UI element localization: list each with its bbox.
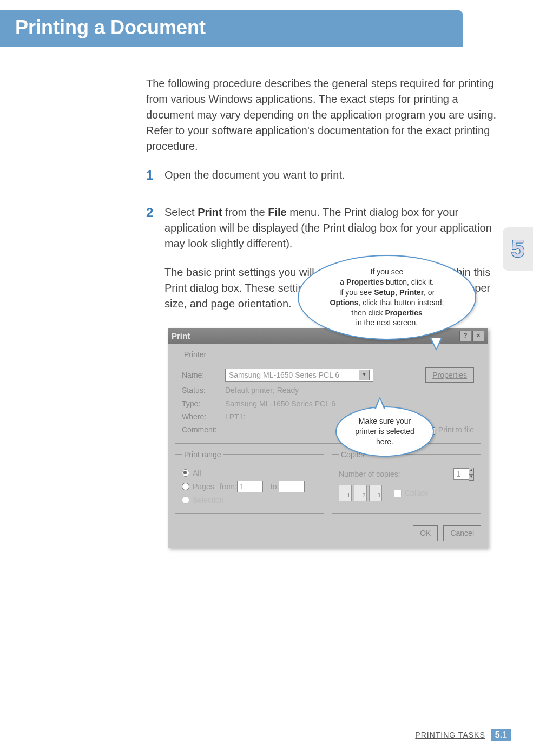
intro-paragraph: The following procedure describes the ge… <box>146 76 501 154</box>
copies-group: Copies Number of copies: 1 ▲▼ 1 2 3 <box>332 449 481 514</box>
comment-label: Comment: <box>182 424 225 435</box>
status-label: Status: <box>182 385 225 396</box>
callout-properties: If you see a Properties button, click it… <box>298 255 476 340</box>
type-value: Samsung ML-1650 Series PCL 6 <box>225 398 335 409</box>
copies-spinner[interactable]: 1 ▲▼ <box>453 468 474 481</box>
name-label: Name: <box>182 370 225 380</box>
type-label: Type: <box>182 398 225 409</box>
step-number: 1 <box>146 166 153 185</box>
range-all[interactable]: All <box>182 468 317 478</box>
page-footer: PRINTING TASKS 5.1 <box>415 729 511 741</box>
close-button[interactable]: × <box>472 331 484 341</box>
step-number: 2 <box>146 203 153 222</box>
where-label: Where: <box>182 411 225 422</box>
step-text: Select Print from the File menu. The Pri… <box>164 206 492 249</box>
help-button[interactable]: ? <box>459 331 471 341</box>
dialog-title: Print <box>172 330 190 342</box>
footer-section: PRINTING TASKS <box>415 731 485 739</box>
callout-select-printer: Make sure your printer is selected here. <box>335 406 434 457</box>
printer-group: Printer Name: Samsung ML-1650 Series PCL… <box>175 349 481 444</box>
to-field[interactable] <box>279 481 305 492</box>
footer-page: 5.1 <box>491 729 511 741</box>
step-1: 1 Open the document you want to print. <box>146 167 501 183</box>
print-range-group: Print range All Pages from: 1 to: Select… <box>175 449 324 514</box>
collate-page-icon: 2 <box>354 485 367 501</box>
range-selection: Selection <box>182 495 317 505</box>
group-label: Printer <box>182 349 208 360</box>
properties-button[interactable]: Properties <box>425 367 474 383</box>
status-value: Default printer; Ready <box>225 385 299 396</box>
cancel-button[interactable]: Cancel <box>443 525 481 541</box>
print-to-file-option[interactable]: Print to file <box>427 424 474 435</box>
collate-option[interactable]: Collate <box>394 488 429 498</box>
step-text: Open the document you want to print. <box>164 169 345 181</box>
collate-page-icon: 1 <box>339 485 352 501</box>
dialog-figure: If you see a Properties button, click it… <box>168 328 490 548</box>
collate-page-icon: 3 <box>369 485 382 501</box>
chapter-tab: 5 <box>503 227 533 271</box>
chapter-number: 5 <box>511 235 524 262</box>
print-dialog: Print ? × Printer Name: Samsung ML-1650 … <box>168 328 488 548</box>
dropdown-icon[interactable]: ▼ <box>359 370 370 380</box>
range-pages[interactable]: Pages from: 1 to: <box>182 481 317 492</box>
where-value: LPT1: <box>225 411 245 422</box>
printer-name-select[interactable]: Samsung ML-1650 Series PCL 6 ▼ <box>225 369 373 382</box>
main-content: The following procedure describes the ge… <box>146 76 501 548</box>
num-copies-label: Number of copies: <box>339 469 453 479</box>
from-field[interactable]: 1 <box>237 481 263 492</box>
section-title: Printing a Document <box>0 10 463 47</box>
ok-button[interactable]: OK <box>413 525 438 541</box>
group-label: Print range <box>182 449 223 460</box>
